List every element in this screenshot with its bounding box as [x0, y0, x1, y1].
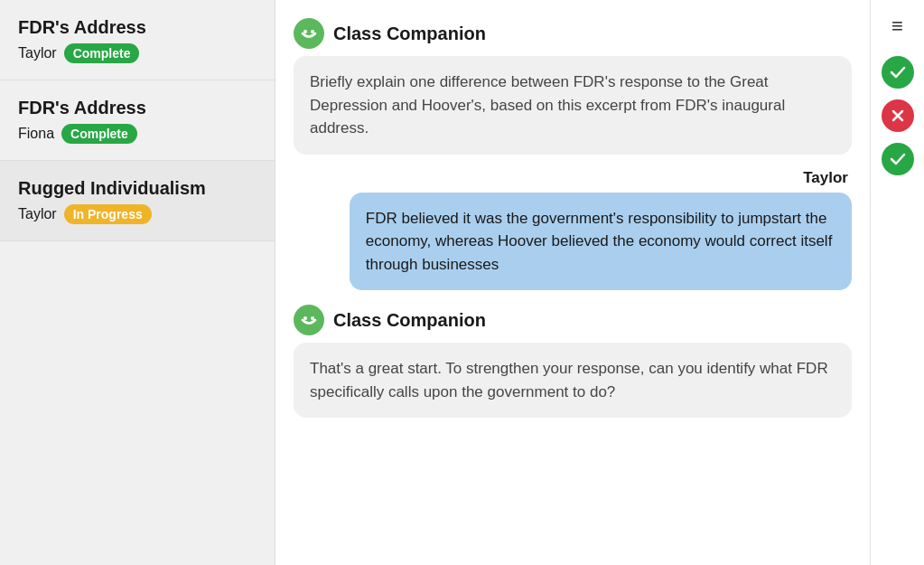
companion-avatar-0 [294, 18, 324, 49]
companion-header-0: Class Companion [294, 18, 852, 49]
sidebar-item-0[interactable]: FDR's Address Taylor Complete [0, 0, 275, 80]
companion-bubble-2: That's a great start. To strengthen your… [294, 343, 852, 418]
svg-point-1 [311, 30, 314, 33]
sidebar-item-badge-1: Complete [61, 124, 137, 144]
companion-name-0: Class Companion [333, 24, 486, 44]
sidebar-item-badge-2: In Progress [64, 204, 152, 224]
companion-bubble-0: Briefly explain one difference between F… [294, 56, 852, 155]
menu-icon[interactable]: ≡ [891, 14, 903, 38]
svg-point-0 [303, 30, 307, 33]
sidebar-item-1[interactable]: FDR's Address Fiona Complete [0, 80, 275, 161]
action-btn-reject-1[interactable] [882, 99, 914, 132]
sidebar-item-meta-0: Taylor Complete [18, 43, 257, 63]
right-panel: ≡ [870, 0, 924, 565]
chat-area: Class Companion Briefly explain one diff… [275, 0, 870, 565]
sidebar-item-user-1: Fiona [18, 126, 54, 142]
sidebar: FDR's Address Taylor Complete FDR's Addr… [0, 0, 275, 565]
sidebar-item-title-0: FDR's Address [18, 16, 257, 38]
action-btn-approve-0[interactable] [882, 56, 914, 89]
svg-point-2 [303, 316, 307, 320]
sidebar-item-user-0: Taylor [18, 45, 57, 61]
companion-avatar-2 [294, 305, 324, 335]
companion-message-0: Class Companion Briefly explain one diff… [294, 18, 852, 155]
sidebar-item-2[interactable]: Rugged Individualism Taylor In Progress [0, 161, 275, 241]
user-name-1: Taylor [803, 169, 848, 187]
user-bubble-1: FDR believed it was the government's res… [350, 193, 852, 291]
companion-message-2: Class Companion That's a great start. To… [294, 305, 852, 418]
companion-name-2: Class Companion [333, 310, 486, 331]
sidebar-item-title-2: Rugged Individualism [18, 177, 257, 199]
sidebar-item-meta-2: Taylor In Progress [18, 204, 257, 224]
svg-point-3 [311, 316, 314, 320]
action-btn-approve-2[interactable] [882, 143, 914, 175]
sidebar-item-user-2: Taylor [18, 206, 57, 222]
sidebar-item-badge-0: Complete [64, 43, 140, 63]
sidebar-item-title-1: FDR's Address [18, 97, 257, 118]
sidebar-item-meta-1: Fiona Complete [18, 124, 257, 144]
companion-header-2: Class Companion [294, 305, 852, 335]
user-message-1: Taylor FDR believed it was the governmen… [294, 169, 852, 291]
